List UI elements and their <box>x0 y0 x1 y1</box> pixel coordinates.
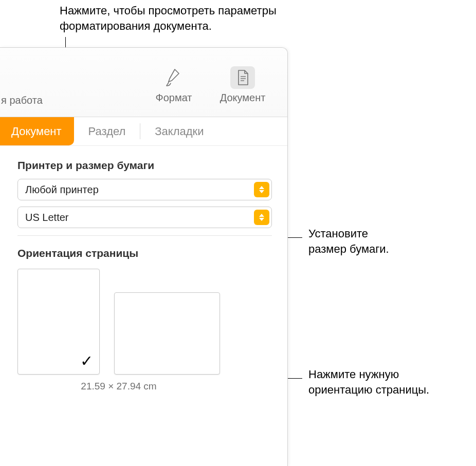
inspector-tabs: Документ Раздел Закладки <box>0 117 287 146</box>
format-brush-icon <box>148 63 199 92</box>
callout-paper-size: Установите размер бумаги. <box>308 226 389 256</box>
orientation-portrait[interactable]: ✓ <box>17 269 100 375</box>
toolbar-document-button[interactable]: Документ <box>212 63 273 104</box>
orientation-title: Ориентация страницы <box>17 247 272 259</box>
toolbar: я работа Формат <box>0 48 287 117</box>
document-page-icon <box>212 63 273 92</box>
toolbar-format-label: Формат <box>148 92 199 104</box>
toolbar-truncated-item: я работа <box>0 48 59 117</box>
toolbar-document-label: Документ <box>212 92 273 104</box>
printer-paper-title: Принтер и размер бумаги <box>17 159 272 172</box>
orientation-landscape[interactable] <box>114 292 220 375</box>
tab-document-label: Документ <box>11 125 62 138</box>
tab-section-label: Раздел <box>88 125 126 138</box>
printer-dropdown[interactable]: Любой принтер <box>17 179 272 200</box>
checkmark-icon: ✓ <box>80 352 93 370</box>
dropdown-stepper-icon <box>254 210 269 225</box>
dropdown-stepper-icon <box>254 182 269 197</box>
callout-orientation: Нажмите нужную ориентацию страницы. <box>308 367 429 397</box>
svg-rect-0 <box>230 66 255 89</box>
tab-section[interactable]: Раздел <box>74 117 140 145</box>
page-dimensions: 21.59 × 27.94 cm <box>17 381 220 392</box>
tab-bookmarks-label: Закладки <box>155 125 204 138</box>
paper-size-dropdown[interactable]: US Letter <box>17 207 272 228</box>
toolbar-format-button[interactable]: Формат <box>148 63 199 104</box>
tab-document[interactable]: Документ <box>0 117 74 145</box>
document-inspector-panel: я работа Формат <box>0 47 288 466</box>
toolbar-truncated-label: я работа <box>1 95 43 106</box>
callout-document-format: Нажмите, чтобы просмотреть параметры фор… <box>60 3 317 33</box>
paper-size-dropdown-value: US Letter <box>25 212 254 223</box>
printer-paper-section: Принтер и размер бумаги Любой принтер US… <box>0 146 287 236</box>
printer-dropdown-value: Любой принтер <box>25 184 254 196</box>
orientation-options: ✓ <box>17 269 272 375</box>
tab-bookmarks[interactable]: Закладки <box>140 117 218 145</box>
orientation-section: Ориентация страницы ✓ 21.59 × 27.94 cm <box>0 236 287 392</box>
